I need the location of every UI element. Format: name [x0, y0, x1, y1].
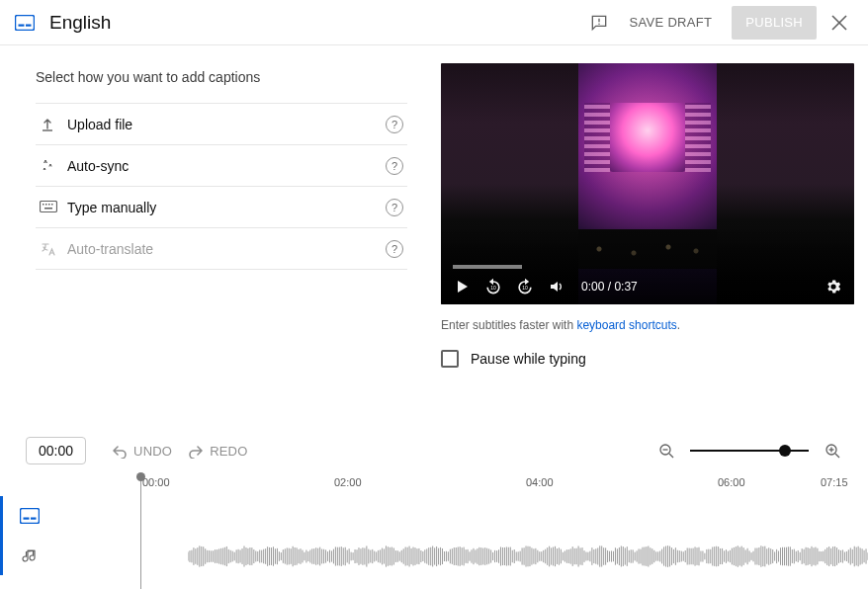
- svg-rect-11: [48, 204, 50, 206]
- close-icon: [830, 14, 848, 32]
- forward-10-icon: 10: [515, 277, 535, 296]
- audio-track-row[interactable]: [55, 536, 868, 575]
- header-bar: English SAVE DRAFT PUBLISH: [0, 0, 868, 45]
- ruler-mark: 07:15: [821, 476, 848, 488]
- play-icon: [454, 279, 470, 294]
- option-label: Auto-sync: [67, 158, 386, 174]
- forward-10-button[interactable]: 10: [514, 276, 536, 297]
- svg-rect-23: [20, 509, 39, 524]
- track-body[interactable]: [55, 496, 868, 575]
- feedback-icon: [589, 13, 609, 33]
- redo-button[interactable]: REDO: [180, 439, 255, 463]
- svg-rect-25: [31, 518, 37, 520]
- option-upload-file[interactable]: Upload file ?: [36, 104, 407, 145]
- left-heading: Select how you want to add captions: [36, 69, 441, 85]
- help-icon[interactable]: ?: [386, 240, 403, 258]
- pause-while-typing-checkbox[interactable]: [441, 350, 459, 368]
- ruler-mark: 04:00: [526, 476, 554, 488]
- right-panel: 10 10 0:00 / 0:37 Enter subtitles fa: [441, 45, 868, 368]
- video-preview[interactable]: 10 10 0:00 / 0:37: [441, 63, 854, 304]
- zoom-in-button[interactable]: [823, 441, 842, 461]
- gear-icon: [825, 278, 842, 295]
- zoom-out-button[interactable]: [656, 441, 676, 461]
- svg-rect-12: [51, 204, 53, 206]
- current-time: 0:00: [581, 280, 604, 294]
- zoom-out-icon: [658, 443, 674, 459]
- option-type-manually[interactable]: Type manually ?: [36, 187, 407, 228]
- translate-icon: [40, 241, 67, 257]
- svg-rect-2: [26, 24, 32, 26]
- help-icon[interactable]: ?: [386, 199, 403, 216]
- svg-rect-1: [19, 24, 25, 26]
- feedback-button[interactable]: [582, 6, 616, 40]
- svg-rect-13: [44, 208, 52, 210]
- option-auto-translate: Auto-translate ?: [36, 228, 407, 270]
- keyboard-shortcuts-link[interactable]: keyboard shortcuts: [576, 318, 676, 332]
- option-label: Upload file: [67, 117, 386, 132]
- undo-icon: [112, 443, 128, 459]
- ruler-mark: 02:00: [334, 476, 362, 488]
- timeline-ruler[interactable]: 00:00 02:00 04:00 06:00 07:15: [55, 474, 868, 496]
- zoom-slider[interactable]: [690, 450, 809, 452]
- svg-line-20: [835, 454, 839, 458]
- save-draft-button[interactable]: SAVE DRAFT: [616, 6, 727, 40]
- close-button[interactable]: [823, 6, 856, 40]
- svg-text:10: 10: [522, 285, 528, 291]
- volume-button[interactable]: [546, 276, 567, 297]
- play-button[interactable]: [451, 276, 473, 297]
- zoom-controls: [656, 441, 842, 461]
- svg-point-4: [598, 23, 600, 25]
- keyboard-icon: [40, 201, 67, 214]
- svg-rect-10: [45, 204, 47, 206]
- svg-text:10: 10: [490, 285, 496, 291]
- video-time: 0:00 / 0:37: [581, 280, 638, 294]
- page-title: English: [49, 12, 111, 34]
- left-panel: Select how you want to add captions Uplo…: [0, 45, 441, 368]
- audio-waveform: [188, 546, 868, 567]
- music-note-icon: [22, 547, 38, 563]
- autosync-icon: [40, 158, 67, 174]
- redo-icon: [188, 443, 204, 459]
- rewind-10-icon: 10: [483, 277, 503, 296]
- option-list: Upload file ? Auto-sync ? Type manually …: [36, 103, 407, 270]
- help-icon[interactable]: ?: [386, 157, 403, 175]
- zoom-in-icon: [825, 443, 840, 459]
- publish-button[interactable]: PUBLISH: [732, 6, 817, 40]
- captions-track-row[interactable]: [55, 496, 868, 536]
- track-audio[interactable]: [3, 536, 55, 575]
- captions-icon: [20, 508, 40, 524]
- volume-icon: [548, 278, 565, 295]
- upload-icon: [40, 117, 67, 132]
- current-timecode[interactable]: 00:00: [26, 437, 86, 464]
- settings-button[interactable]: [823, 276, 844, 297]
- svg-rect-0: [16, 15, 35, 30]
- captions-icon: [14, 12, 36, 34]
- undo-button[interactable]: UNDO: [104, 439, 180, 463]
- timeline: 00:00 02:00 04:00 06:00 07:15: [0, 474, 868, 575]
- svg-rect-24: [23, 518, 29, 520]
- svg-rect-9: [43, 204, 44, 206]
- ruler-mark: 00:00: [142, 476, 170, 488]
- help-icon[interactable]: ?: [386, 116, 403, 133]
- svg-line-17: [669, 454, 673, 458]
- svg-rect-8: [41, 201, 57, 211]
- main-area: Select how you want to add captions Uplo…: [0, 45, 868, 368]
- option-label: Auto-translate: [67, 241, 386, 257]
- track-captions[interactable]: [3, 496, 55, 536]
- track-icons-column: [0, 496, 55, 575]
- shortcuts-hint: Enter subtitles faster with keyboard sho…: [441, 318, 854, 332]
- pause-while-typing-label: Pause while typing: [471, 351, 586, 367]
- timeline-toolbar: 00:00 UNDO REDO: [0, 433, 868, 468]
- rewind-10-button[interactable]: 10: [482, 276, 504, 297]
- video-duration: 0:37: [614, 280, 637, 294]
- option-label: Type manually: [67, 200, 386, 215]
- ruler-mark: 06:00: [718, 476, 745, 488]
- video-controls: 10 10 0:00 / 0:37: [441, 269, 854, 304]
- option-auto-sync[interactable]: Auto-sync ?: [36, 145, 407, 187]
